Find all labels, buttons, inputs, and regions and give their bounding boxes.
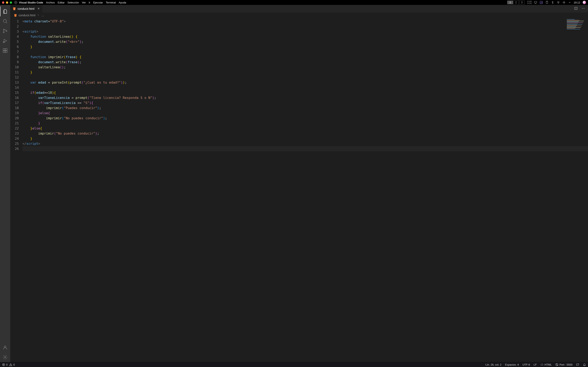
tab-label: conducir.html <box>17 7 34 10</box>
status-bell-icon[interactable] <box>583 363 586 366</box>
run-debug-icon[interactable] <box>0 36 10 46</box>
monitor-icon[interactable] <box>534 1 537 4</box>
svg-point-16 <box>4 357 6 358</box>
line-gutter: 1234567891011121314151617181920212223242… <box>10 18 22 362</box>
chevron-right-icon <box>37 14 40 17</box>
menu-seleccion[interactable]: Selección <box>68 1 79 4</box>
stats-icon[interactable] <box>540 1 543 4</box>
desktop-2[interactable]: 2 <box>513 1 519 4</box>
activity-bar <box>0 5 10 362</box>
svg-point-19 <box>583 8 584 8</box>
chevron-down-icon[interactable] <box>568 1 571 4</box>
svg-point-0 <box>15 2 17 3</box>
menu-ayuda[interactable]: Ayuda <box>119 1 126 4</box>
svg-point-15 <box>4 346 6 348</box>
status-eol[interactable]: LF <box>534 363 537 366</box>
svg-rect-11 <box>3 49 5 50</box>
svg-point-6 <box>3 19 6 22</box>
volume-icon[interactable] <box>562 1 566 4</box>
svg-rect-2 <box>534 1 537 3</box>
svg-rect-12 <box>3 51 5 53</box>
split-editor-icon[interactable] <box>574 7 578 11</box>
close-tab-icon[interactable] <box>37 7 40 11</box>
app-menus: Visual Studio Code Archivo Editar Selecc… <box>19 1 126 4</box>
maximize-window[interactable] <box>10 1 12 4</box>
menu-ver[interactable]: Ver <box>82 1 86 4</box>
status-language[interactable]: HTML <box>540 363 552 366</box>
app-icon <box>14 1 17 4</box>
svg-rect-4 <box>546 1 548 4</box>
svg-point-18 <box>582 8 582 8</box>
svg-rect-13 <box>5 51 7 53</box>
menu-terminal[interactable]: Terminal <box>106 1 116 4</box>
tab-conducir[interactable]: conducir.html <box>10 5 43 13</box>
source-control-icon[interactable] <box>0 26 10 36</box>
search-icon[interactable] <box>0 16 10 26</box>
status-feedback-icon[interactable] <box>576 363 579 366</box>
svg-point-1 <box>16 2 16 3</box>
code-editor[interactable]: <meta charset="UTF-8"> <script> function… <box>22 18 588 362</box>
svg-point-8 <box>3 32 4 33</box>
editor-tabs: conducir.html <box>10 5 588 13</box>
svg-point-7 <box>3 29 4 30</box>
svg-point-20 <box>584 8 585 8</box>
explorer-icon[interactable] <box>0 7 10 16</box>
close-window[interactable] <box>2 1 4 4</box>
more-actions-icon[interactable] <box>581 7 585 11</box>
user-avatar[interactable] <box>583 1 586 4</box>
status-warnings[interactable]: 0 <box>9 363 15 366</box>
minimap[interactable] <box>566 18 588 362</box>
app-name[interactable]: Visual Studio Code <box>19 1 43 4</box>
menu-ejecutar[interactable]: Ejecutar <box>93 1 103 4</box>
account-icon[interactable] <box>0 342 10 352</box>
clipboard-icon[interactable] <box>545 1 549 4</box>
status-cursor[interactable]: Lín. 26, col. 2 <box>485 363 502 366</box>
window-controls[interactable] <box>2 1 12 4</box>
wifi-icon[interactable] <box>557 1 560 4</box>
html-file-icon <box>14 14 17 17</box>
desktop-3[interactable]: 3 <box>519 1 525 4</box>
svg-rect-14 <box>5 49 7 50</box>
breadcrumbs[interactable]: conducir.html … <box>10 13 588 18</box>
desktop-1[interactable]: 1 <box>507 1 513 4</box>
bluetooth-icon[interactable] <box>551 1 554 4</box>
breadcrumb-file[interactable]: conducir.html <box>18 14 35 17</box>
html-file-icon <box>13 7 16 10</box>
status-errors[interactable]: 0 <box>2 363 8 366</box>
network-stats: 0.0 B 0.0 B <box>527 1 531 4</box>
desktop-switcher[interactable]: 1 2 3 <box>507 1 525 4</box>
status-encoding[interactable]: UTF-8 <box>522 363 530 366</box>
breadcrumb-more[interactable]: … <box>41 14 44 17</box>
menu-editar[interactable]: Editar <box>58 1 65 4</box>
svg-point-9 <box>6 30 7 31</box>
menu-archivo[interactable]: Archivo <box>46 1 55 4</box>
clock[interactable]: 19:12 <box>573 1 580 4</box>
minimize-window[interactable] <box>6 1 8 4</box>
menu-ir[interactable]: Ir <box>89 1 90 4</box>
svg-point-5 <box>558 3 558 3</box>
status-liveserver[interactable]: Port : 5500 <box>555 363 572 366</box>
status-indent[interactable]: Espacios: 4 <box>505 363 519 366</box>
macos-menu-bar: Visual Studio Code Archivo Editar Selecc… <box>0 0 588 5</box>
settings-gear-icon[interactable] <box>0 352 10 362</box>
extensions-icon[interactable] <box>0 46 10 55</box>
status-bar: 0 0 Lín. 26, col. 2 Espacios: 4 UTF-8 LF… <box>0 362 588 367</box>
